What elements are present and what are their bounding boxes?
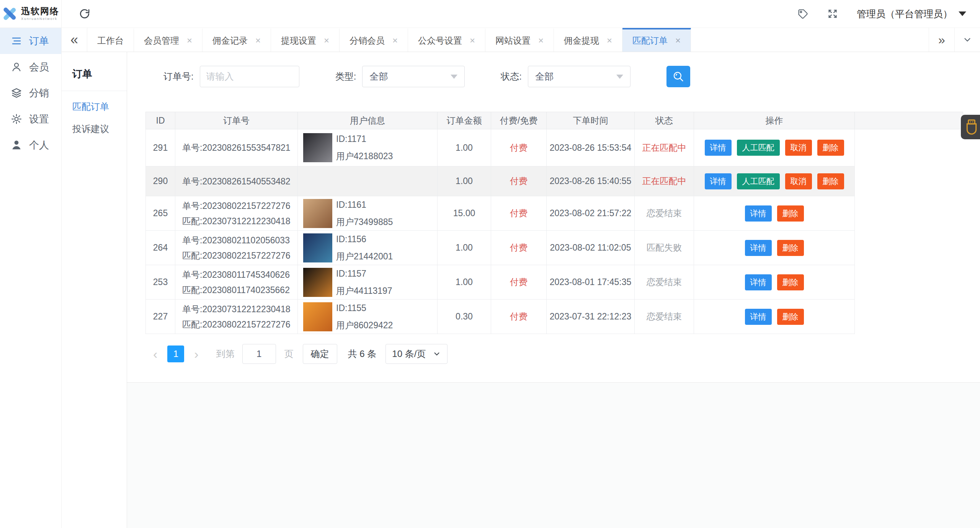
cell-actions: 详情删除 [694, 196, 855, 231]
collapse-tabs-button[interactable]: « [62, 28, 87, 52]
action-button-详情[interactable]: 详情 [745, 309, 772, 325]
prev-page-button[interactable]: ‹ [151, 347, 160, 361]
tab-工作台[interactable]: 工作台 [87, 28, 134, 52]
sidebar-item-个人[interactable]: 个人 [0, 132, 61, 158]
page-size-select[interactable]: 10 条/页 [385, 344, 448, 364]
column-header-用户信息: 用户信息 [298, 112, 438, 129]
tab-close-icon[interactable]: × [392, 35, 398, 46]
tab-close-icon[interactable]: × [538, 35, 544, 46]
action-button-删除[interactable]: 删除 [777, 274, 804, 290]
cell-pay-type: 付费 [491, 196, 547, 231]
tab-会员管理[interactable]: 会员管理× [134, 28, 203, 52]
tab-close-icon[interactable]: × [255, 35, 261, 46]
tab-close-icon[interactable]: × [675, 35, 681, 46]
user-avatar [303, 302, 332, 331]
tab-公众号设置[interactable]: 公众号设置× [408, 28, 485, 52]
goto-confirm-button[interactable]: 确定 [303, 344, 337, 364]
tab-分销会员[interactable]: 分销会员× [340, 28, 408, 52]
tab-提现设置[interactable]: 提现设置× [271, 28, 340, 52]
sidebar-item-label: 订单 [29, 34, 49, 48]
action-button-删除[interactable]: 删除 [817, 140, 844, 156]
sidebar-item-label: 会员 [29, 60, 49, 74]
sidebar-item-会员[interactable]: 会员 [0, 54, 61, 80]
cell-user-info: ID:1156用户21442001 [298, 231, 438, 265]
order-no-input[interactable] [200, 66, 299, 87]
page-word-label: 页 [284, 348, 294, 360]
tab-close-icon[interactable]: × [607, 35, 612, 46]
user-text: ID:1155用户86029422 [336, 304, 393, 330]
tab-bar: « 工作台会员管理×佣金记录×提现设置×分销会员×公众号设置×网站设置×佣金提现… [62, 28, 980, 52]
tab-匹配订单[interactable]: 匹配订单× [622, 28, 691, 52]
side-floating-widget[interactable] [961, 115, 980, 139]
cell-actions: 详情人工匹配取消删除 [694, 129, 855, 166]
tab-bar-spacer [691, 28, 929, 52]
cell-order-no: 单号:202308011745340626匹配:2023080117402356… [175, 265, 298, 300]
order-no-line: 匹配:202308022157227276 [182, 248, 297, 263]
user-avatar [303, 133, 332, 162]
action-button-取消[interactable]: 取消 [785, 173, 812, 189]
tab-close-icon[interactable]: × [187, 35, 192, 46]
sidebar-item-分销[interactable]: 分销 [0, 80, 61, 106]
tab-overflow-button[interactable]: » [929, 28, 954, 52]
tab-label: 公众号设置 [418, 35, 462, 47]
submenu-item-匹配订单[interactable]: 匹配订单 [62, 96, 127, 118]
action-button-详情[interactable]: 详情 [745, 240, 772, 256]
action-button-详情[interactable]: 详情 [705, 140, 732, 156]
user-id: ID:1155 [336, 304, 393, 313]
admin-user-menu[interactable]: 管理员（平台管理员） [857, 8, 966, 20]
action-button-取消[interactable]: 取消 [785, 140, 812, 156]
tab-佣金提现[interactable]: 佣金提现× [554, 28, 622, 52]
goto-page-input[interactable] [242, 344, 276, 364]
tab-close-icon[interactable]: × [470, 35, 475, 46]
action-button-人工匹配[interactable]: 人工匹配 [737, 173, 780, 189]
search-button[interactable] [666, 66, 690, 87]
cell-order-time: 2023-08-02 11:02:05 [547, 231, 635, 265]
cell-empty [855, 231, 963, 265]
next-page-button[interactable]: › [192, 347, 201, 361]
user-id: ID:1156 [336, 235, 393, 244]
type-label: 类型: [335, 70, 356, 83]
action-button-删除[interactable]: 删除 [777, 240, 804, 256]
fullscreen-icon[interactable] [827, 8, 838, 20]
tab-close-icon[interactable]: × [324, 35, 329, 46]
cell-amount: 15.00 [438, 196, 491, 231]
logo-subtitle: XunruanNetwork [21, 17, 59, 21]
refresh-button[interactable] [78, 8, 91, 20]
tab-menu-button[interactable] [954, 28, 980, 52]
page-bottom-area [127, 382, 980, 528]
cell-order-time: 2023-08-26 15:40:55 [547, 166, 635, 196]
column-header-empty [855, 112, 963, 129]
action-button-详情[interactable]: 详情 [705, 173, 732, 189]
status-select-value: 全部 [535, 70, 554, 83]
action-button-详情[interactable]: 详情 [745, 274, 772, 290]
cell-status: 匹配失败 [635, 231, 694, 265]
page-number-active[interactable]: 1 [167, 345, 184, 362]
tag-icon[interactable] [797, 8, 808, 20]
type-select[interactable]: 全部 [362, 66, 465, 87]
user-avatar [303, 268, 332, 297]
sidebar-item-订单[interactable]: 订单 [0, 28, 61, 54]
tab-网站设置[interactable]: 网站设置× [485, 28, 554, 52]
settings-gear-icon [11, 113, 22, 125]
action-button-详情[interactable]: 详情 [745, 205, 772, 222]
cell-pay-type: 付费 [491, 129, 547, 166]
tab-label: 分销会员 [350, 35, 385, 47]
column-header-订单金额: 订单金额 [438, 112, 491, 129]
order-no-line: 单号:202307312212230418 [182, 301, 297, 317]
column-header-ID: ID [146, 112, 175, 129]
cell-pay-type: 付费 [491, 166, 547, 196]
action-button-删除[interactable]: 删除 [777, 205, 804, 222]
user-name: 用户21442001 [336, 252, 393, 261]
action-button-人工匹配[interactable]: 人工匹配 [737, 140, 780, 156]
submenu-item-投诉建议[interactable]: 投诉建议 [62, 118, 127, 140]
column-header-操作: 操作 [694, 112, 855, 129]
sidebar-item-设置[interactable]: 设置 [0, 106, 61, 132]
action-button-删除[interactable]: 删除 [817, 173, 844, 189]
column-header-下单时间: 下单时间 [547, 112, 635, 129]
cell-id: 227 [146, 300, 175, 334]
status-select[interactable]: 全部 [528, 66, 630, 87]
tab-佣金记录[interactable]: 佣金记录× [203, 28, 271, 52]
cell-user-info: ID:1171用户42188023 [298, 129, 438, 166]
action-button-删除[interactable]: 删除 [777, 309, 804, 325]
order-no-line: 单号:202308011745340626 [182, 267, 297, 282]
